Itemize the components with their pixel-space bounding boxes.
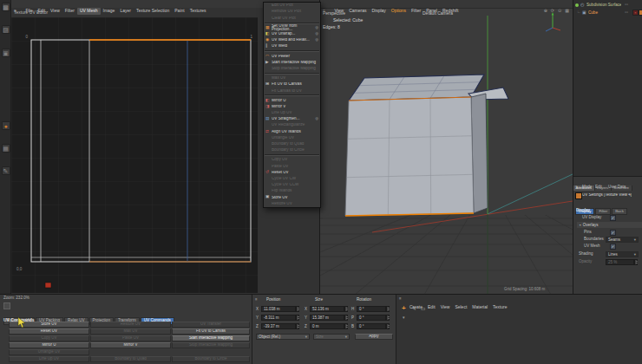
texture-tag-icon[interactable]: × bbox=[632, 10, 639, 16]
uv-grid-icon[interactable]: ▦ bbox=[2, 144, 10, 153]
texture-toggle-icon[interactable] bbox=[3, 302, 10, 309]
menu-filter[interactable]: Filter bbox=[62, 8, 77, 15]
mesh-cube-icon[interactable]: ▣ bbox=[2, 49, 10, 57]
menu-item-uv-straighten[interactable]: ▤UV Straighten...◎ bbox=[264, 116, 320, 122]
menu-view[interactable]: View bbox=[48, 8, 62, 15]
layer-dots[interactable]: ●● bbox=[625, 3, 628, 6]
menu-item-uv-peeler[interactable]: ◠UV Peeler bbox=[264, 53, 320, 59]
texture-swatch[interactable] bbox=[45, 283, 51, 288]
uv-command-fit-uv-to-canvas[interactable]: Fit UV to Canvas bbox=[172, 328, 250, 335]
menu-item-label: Reset UV bbox=[272, 171, 318, 175]
spinner[interactable] bbox=[386, 323, 390, 329]
spinner[interactable] bbox=[296, 315, 299, 321]
attr-hamburger-icon[interactable]: ≡ bbox=[575, 185, 578, 189]
viewport-3d[interactable]: ≡ ViewCamerasDisplayOptionsFilterPanelRe… bbox=[320, 0, 573, 295]
spinner[interactable] bbox=[296, 323, 299, 329]
shading-dropdown[interactable]: Lines▾ bbox=[606, 251, 639, 257]
material-menu-material[interactable]: Material bbox=[469, 304, 490, 311]
opacity-spinner[interactable] bbox=[634, 259, 638, 265]
object-name[interactable]: Cube bbox=[588, 10, 598, 16]
uv-command-reset-uv[interactable]: Reset UV bbox=[9, 328, 89, 335]
spinner[interactable] bbox=[386, 315, 390, 321]
size-dropdown[interactable]: Size▾ bbox=[313, 334, 350, 340]
spinner[interactable] bbox=[296, 306, 299, 312]
material-menu-edit[interactable]: Edit bbox=[425, 304, 438, 311]
uv-command-mirror-v[interactable]: Mirror V bbox=[90, 342, 171, 348]
pins-checkbox[interactable]: ✓ bbox=[610, 230, 616, 236]
edit-menu[interactable]: Edit bbox=[595, 185, 602, 190]
preview-image-icon[interactable]: ▩ bbox=[2, 3, 10, 11]
paint-pencil-icon[interactable]: ✎ bbox=[412, 307, 416, 312]
material-ball-icon[interactable]: ● bbox=[2, 121, 10, 130]
coord-field-rotation-b[interactable]: 0 ° bbox=[357, 323, 386, 329]
options-gear-icon[interactable]: ◎ bbox=[313, 38, 318, 42]
texture-image-icon[interactable]: ▨ bbox=[2, 25, 10, 34]
coord-field-position-y[interactable]: -8.311 m bbox=[261, 315, 296, 321]
menu-item-align-uv-islands[interactable]: ⇄Align UV Islands bbox=[264, 128, 320, 134]
material-list-dropdown-icon[interactable]: ▾ bbox=[403, 315, 405, 320]
uv-command-start-interactive-mapping[interactable]: Start Interactive Mapping bbox=[172, 335, 250, 341]
object-name[interactable]: Subdivision Surface bbox=[586, 3, 621, 8]
coord-field-size-y[interactable]: 15.387 m bbox=[310, 315, 344, 321]
boundaries-dropdown[interactable]: Seams▾ bbox=[606, 237, 639, 243]
object-row-cube[interactable]: ∟ ▣ Cube ●● × bbox=[580, 10, 641, 17]
apply-button[interactable]: Apply bbox=[355, 334, 393, 340]
spinner[interactable] bbox=[344, 323, 348, 329]
menu-item-reset-uv[interactable]: ↺Reset UV bbox=[264, 170, 320, 176]
coord-field-size-x[interactable]: 52.136 m bbox=[310, 306, 344, 312]
menu-item-label: UV Weld bbox=[272, 44, 318, 49]
uvw-tag-icon[interactable] bbox=[639, 10, 642, 16]
menu-textures[interactable]: Textures bbox=[187, 8, 209, 15]
camera-label[interactable]: Default Camera bbox=[423, 10, 453, 16]
menu-item-start-interactive-mapping[interactable]: ▶Start Interactive Mapping bbox=[264, 60, 320, 66]
new-material-button[interactable]: + bbox=[402, 305, 406, 312]
uv-command-mirror-u[interactable]: Mirror U bbox=[9, 342, 89, 348]
coord-field-rotation-p[interactable]: 0 ° bbox=[357, 315, 386, 321]
uv-mesh-checkbox[interactable]: ✓ bbox=[610, 244, 616, 250]
options-gear-icon[interactable]: ◎ bbox=[313, 32, 318, 36]
menu-item-uv-unwrap[interactable]: ◧UV Unwrap...◎ bbox=[264, 31, 320, 37]
menu-item-uv-weld-and-relax[interactable]: ◉UV Weld and Relax...◎ bbox=[264, 37, 320, 43]
menu-item-fit-uv-to-canvas[interactable]: ⊞Fit UV to Canvas bbox=[264, 81, 320, 88]
coord-hamburger-icon[interactable]: ≡ bbox=[255, 297, 258, 302]
options-gear-icon[interactable]: ◎ bbox=[313, 26, 318, 29]
paint-pen-icon[interactable]: ✎ bbox=[2, 166, 10, 175]
menu-item-uv-weld[interactable]: ∥UV Weld bbox=[264, 43, 320, 49]
overlays-group[interactable]: ▼ Overlays bbox=[579, 224, 599, 228]
material-hamburger-icon[interactable]: ≡ bbox=[399, 296, 402, 301]
menu-item-store-uv[interactable]: ▣Store UV bbox=[264, 194, 320, 200]
object-row-subdivision-surface[interactable]: ◴ Subdivision Surface ●● bbox=[575, 2, 641, 10]
uv-canvas[interactable]: 0 1 0,0 bbox=[11, 17, 258, 293]
menu-texture-selection[interactable]: Texture Selection bbox=[134, 8, 172, 15]
menu-layer[interactable]: Layer bbox=[117, 8, 134, 15]
menu-uv-mesh[interactable]: UV Mesh bbox=[77, 8, 101, 15]
user-data-menu[interactable]: User Data bbox=[608, 185, 626, 190]
coord-field-size-z[interactable]: 0 m bbox=[310, 323, 344, 329]
material-menu-view[interactable]: View bbox=[438, 304, 453, 311]
material-menu-texture[interactable]: Texture bbox=[490, 304, 509, 311]
spinner[interactable] bbox=[386, 306, 390, 312]
eraser-icon[interactable]: ▭ bbox=[421, 307, 425, 312]
coord-field-rotation-h[interactable]: 0 ° bbox=[357, 306, 386, 312]
menu-item-set-uvw-from-projection[interactable]: ▦Set UVW from Projection...◎ bbox=[264, 25, 320, 31]
menu-item-mirror-u[interactable]: ◧Mirror U bbox=[264, 97, 320, 103]
mode-dropdown[interactable]: Object (Rel.)▾ bbox=[256, 334, 310, 340]
projection-label[interactable]: Perspective bbox=[323, 10, 345, 16]
coord-field-position-x[interactable]: 11.038 m bbox=[261, 306, 296, 312]
spinner[interactable] bbox=[344, 306, 348, 312]
menu-item-mirror-v[interactable]: ◨Mirror V bbox=[264, 104, 320, 110]
uv-display-checkbox[interactable]: ✓ bbox=[610, 215, 616, 221]
menu-paint[interactable]: Paint bbox=[172, 8, 187, 15]
opacity-field[interactable]: 25 % bbox=[606, 259, 634, 265]
collapse-icon[interactable]: ▼ bbox=[579, 224, 581, 227]
cube-mesh[interactable] bbox=[345, 75, 508, 216]
layer-dots[interactable]: ●● bbox=[625, 10, 628, 14]
mode-menu[interactable]: Mode bbox=[582, 185, 592, 190]
spinner[interactable] bbox=[344, 315, 348, 321]
options-gear-icon[interactable]: ◎ bbox=[313, 117, 318, 120]
enabled-dot[interactable] bbox=[575, 3, 579, 7]
material-menu-select[interactable]: Select bbox=[452, 304, 469, 311]
menu-image[interactable]: Image bbox=[101, 8, 118, 15]
coord-field-position-z[interactable]: -39.37 m bbox=[261, 323, 296, 329]
viewport-menubar: ≡ ViewCamerasDisplayOptionsFilterPanelRe… bbox=[320, 0, 573, 9]
